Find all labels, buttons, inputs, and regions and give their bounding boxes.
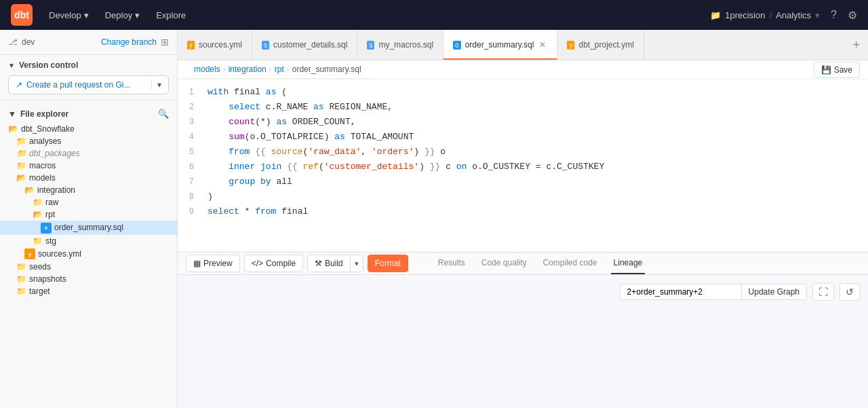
project-info: 📁 1precision / Analytics ▾ — [710, 10, 820, 20]
compile-button[interactable]: </> Compile — [244, 255, 303, 272]
top-nav: dbt Develop ▾ Deploy ▾ Explore 📁 1precis… — [0, 0, 868, 30]
code-content: with final as ( select c.R_NAME as REGIO… — [202, 85, 868, 246]
folder-closed-icon: 📁 — [16, 274, 26, 284]
lineage-toolbar: Update Graph ⛶ ↺ — [620, 283, 860, 301]
breadcrumb-rpt[interactable]: rpt — [275, 64, 284, 74]
lineage-fullscreen-button[interactable]: ⛶ — [812, 283, 834, 301]
format-button[interactable]: Format — [368, 255, 408, 272]
code-quality-tab[interactable]: Code quality — [479, 253, 530, 274]
compile-icon: </> — [252, 259, 263, 268]
nav-deploy[interactable]: Deploy ▾ — [105, 10, 140, 20]
results-tab[interactable]: Results — [435, 253, 468, 274]
breadcrumb-current: order_summary.sql — [292, 64, 361, 74]
tree-item-raw[interactable]: 📁 raw — [0, 196, 177, 208]
tree-item-seeds[interactable]: 📁 seeds — [0, 261, 177, 273]
tree-item-dbt-snowflake[interactable]: 📂 dbt_Snowflake — [0, 123, 177, 135]
tree-item-analyses[interactable]: 📁 analyses — [0, 135, 177, 147]
yml-tab-icon: y — [187, 41, 195, 50]
tab-order-summary-sql[interactable]: o order_summary.sql ✕ — [443, 30, 557, 60]
branch-icon: ⎇ — [8, 37, 18, 47]
tree-item-sources-yml[interactable]: y sources.yml — [0, 247, 177, 261]
tree-item-integration[interactable]: 📂 integration — [0, 184, 177, 196]
folder-closed-icon: 📁 — [16, 262, 26, 272]
tab-sources-yml[interactable]: y sources.yml — [178, 30, 252, 60]
external-link-icon: ↗ — [16, 80, 22, 90]
folder-closed-icon: 📁 — [16, 149, 26, 158]
lineage-tab[interactable]: Lineage — [611, 253, 646, 274]
sidebar-header: ⎇ dev Change branch ⊞ — [0, 30, 177, 55]
tree-item-snapshots[interactable]: 📁 snapshots — [0, 273, 177, 285]
nav-develop[interactable]: Develop ▾ — [49, 10, 89, 20]
tree-item-rpt[interactable]: 📂 rpt — [0, 208, 177, 221]
tree-item-stg[interactable]: 📁 stg — [0, 235, 177, 247]
version-control-header[interactable]: ▼ Version control — [8, 60, 169, 70]
breadcrumb-integration[interactable]: integration — [229, 64, 267, 74]
lineage-search-input[interactable] — [620, 284, 742, 300]
breadcrumb-models[interactable]: models — [194, 64, 220, 74]
tree-item-dbt-packages[interactable]: 📁 dbt_packages — [0, 147, 177, 160]
update-graph-button[interactable]: Update Graph — [742, 284, 807, 300]
panel-result-tabs: Results Code quality Compiled code Linea… — [435, 253, 651, 274]
save-icon: 💾 — [821, 65, 831, 75]
create-pr-button[interactable]: ↗ Create a pull request on Gi... ▾ — [8, 75, 169, 94]
build-main-button[interactable]: ⚒ Build — [308, 255, 350, 272]
settings-icon[interactable]: ⚙ — [848, 9, 857, 22]
breadcrumb: models › integration › rpt › order_summa… — [186, 60, 370, 79]
yml-tab-icon2: y — [567, 41, 574, 50]
tab-customer-details-sql[interactable]: s customer_details.sql — [252, 30, 357, 60]
sidebar-grid-icon: ⊞ — [161, 37, 169, 48]
dbt-logo: dbt — [11, 4, 33, 26]
logo: dbt — [11, 4, 33, 26]
tab-close-button[interactable]: ✕ — [538, 39, 547, 51]
panel-tabs-bar: ▦ Preview </> Compile ⚒ Build — [178, 253, 868, 275]
sql-tab-icon: s — [262, 41, 269, 50]
sql-file-icon: o — [41, 222, 52, 234]
add-tab-button[interactable]: + — [844, 38, 868, 52]
folder-closed-icon: 📁 — [33, 236, 43, 246]
lineage-refresh-button[interactable]: ↺ — [840, 283, 860, 301]
preview-button[interactable]: ▦ Preview — [186, 255, 240, 272]
folder-closed-icon: 📁 — [16, 136, 26, 146]
build-button-split: ⚒ Build ▾ — [307, 255, 363, 272]
folder-closed-icon: 📁 — [33, 198, 43, 207]
file-search-button[interactable]: 🔍 — [158, 109, 169, 119]
tree-item-models[interactable]: 📂 models — [0, 172, 177, 184]
build-dropdown-button[interactable]: ▾ — [350, 255, 363, 272]
branch-name: dev — [22, 37, 35, 47]
folder-open-icon: 📂 — [8, 124, 18, 134]
sidebar: ⎇ dev Change branch ⊞ ▼ Version control … — [0, 30, 178, 408]
create-pr-chevron-icon: ▾ — [151, 80, 161, 90]
bottom-panel: ▦ Preview </> Compile ⚒ Build — [178, 252, 868, 408]
action-buttons: ▦ Preview </> Compile ⚒ Build — [186, 255, 408, 272]
tab-dbt-project-yml[interactable]: y dbt_project.yml — [557, 30, 644, 60]
yml-file-icon: y — [24, 248, 35, 260]
lineage-search: Update Graph — [620, 284, 807, 300]
file-explorer: ▼ File explorer 🔍 📂 dbt_Snowflake 📁 anal… — [0, 100, 177, 408]
sql-tab-icon2: s — [367, 41, 374, 50]
folder-open-icon: 📂 — [33, 210, 43, 219]
tree-item-target[interactable]: 📁 target — [0, 285, 177, 297]
version-control-section: ▼ Version control ↗ Create a pull reques… — [0, 55, 177, 100]
nav-explore[interactable]: Explore — [156, 10, 186, 20]
folder-open-icon: 📂 — [16, 173, 26, 183]
preview-icon: ▦ — [193, 259, 201, 268]
save-button[interactable]: 💾 Save — [814, 62, 860, 78]
tree-item-macros[interactable]: 📁 macros — [0, 160, 177, 172]
code-editor[interactable]: 1 2 3 4 5 6 7 8 9 with final as ( select… — [178, 79, 868, 252]
line-numbers: 1 2 3 4 5 6 7 8 9 — [178, 85, 202, 246]
change-branch-button[interactable]: Change branch — [101, 37, 157, 47]
active-sql-tab-icon: o — [453, 41, 461, 50]
file-explorer-chevron: ▼ — [8, 109, 16, 119]
folder-closed-icon: 📁 — [16, 286, 26, 296]
lineage-area: ⊞ SRC raw_data.region ⊞ SRC r — [178, 275, 868, 408]
folder-open-icon: 📂 — [24, 185, 35, 195]
tabs-bar: y sources.yml s customer_details.sql s m… — [178, 30, 868, 60]
tab-my-macros-sql[interactable]: s my_macros.sql — [357, 30, 443, 60]
help-icon[interactable]: ? — [831, 9, 837, 21]
version-control-chevron: ▼ — [8, 62, 15, 69]
build-icon: ⚒ — [315, 259, 322, 268]
folder-closed-icon: 📁 — [16, 161, 26, 170]
compiled-code-tab[interactable]: Compiled code — [540, 253, 600, 274]
tree-item-order-summary-sql[interactable]: o order_summary.sql — [0, 221, 177, 235]
editor-area: y sources.yml s customer_details.sql s m… — [178, 30, 868, 408]
